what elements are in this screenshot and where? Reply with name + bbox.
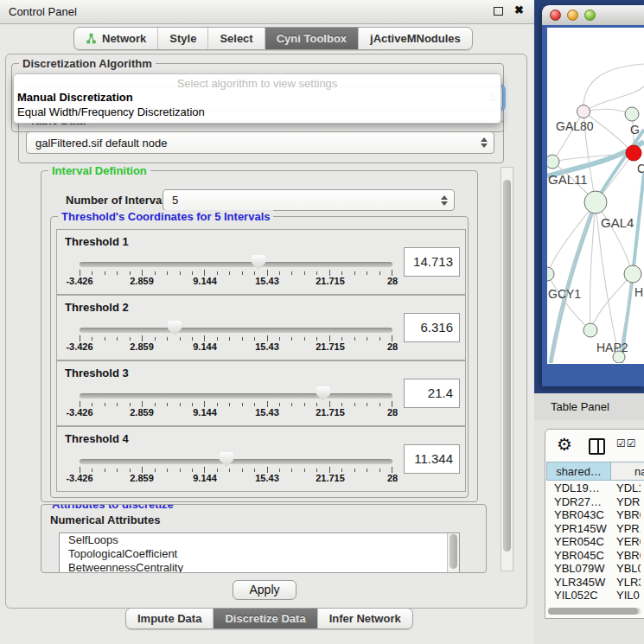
attributes-group: Attributes to discretize Numerical Attri…	[41, 504, 487, 573]
node-label: HAP2	[596, 341, 628, 354]
slider-thumb[interactable]	[316, 386, 330, 401]
tick-label: 9.144	[193, 473, 217, 483]
panel-title: Control Panel	[9, 5, 77, 18]
node-hap2[interactable]	[583, 323, 597, 337]
apply-button[interactable]: Apply	[233, 580, 296, 600]
table-row[interactable]: YDR27…YDR2	[546, 495, 641, 509]
network-view-window[interactable]: GAL80 G C GAL11 GAL4 GCY1 H HAP2	[542, 5, 644, 386]
node-g[interactable]	[625, 107, 639, 121]
group-label: Attributes to discretize	[48, 504, 177, 511]
table-horizontal-scrollbar[interactable]	[548, 608, 641, 615]
node-gal11[interactable]	[547, 155, 559, 169]
list-item[interactable]: BetweennessCentrality	[60, 561, 459, 573]
node-label: GAL11	[548, 172, 588, 187]
network-canvas[interactable]: GAL80 G C GAL11 GAL4 GCY1 H HAP2	[547, 28, 644, 364]
tab-discretize-data[interactable]: Discretize Data	[214, 609, 317, 628]
node-gal4[interactable]	[584, 191, 607, 214]
tick-label: 28	[387, 276, 398, 286]
attributes-list[interactable]: SelfLoops TopologicalCoefficient Between…	[59, 532, 460, 573]
tab-impute-data[interactable]: Impute Data	[126, 609, 214, 628]
table-row[interactable]: YLR345WYLR3	[546, 576, 641, 590]
slider-thumb[interactable]	[220, 452, 233, 467]
dropdown-item-manual[interactable]: Manual Discretization	[17, 91, 133, 104]
tick-label: 15.43	[255, 341, 279, 352]
table-data-group: Table Data galFiltered.sif default node	[18, 120, 504, 163]
close-traffic-light[interactable]	[550, 10, 561, 21]
column-header-shared[interactable]: shared…	[546, 462, 611, 481]
group-label: Threshold's Coordinates for 5 Intervals	[58, 210, 273, 223]
tick-label: 15.43	[255, 473, 279, 483]
slider-ticks	[80, 401, 392, 407]
threshold-row: Threshold 4 -3.426 2.859 9.144 15.43 21.…	[56, 426, 466, 492]
network-icon	[86, 33, 97, 44]
tab-network[interactable]: Network	[74, 28, 158, 49]
tick-label: 28	[387, 407, 398, 418]
table-row[interactable]: YBL079WYBL0	[546, 562, 641, 576]
tick-label: 28	[387, 473, 398, 483]
table-panel-title: Table Panel	[551, 400, 609, 413]
slider-ticks	[80, 270, 392, 276]
slider-thumb[interactable]	[252, 255, 265, 270]
table-row[interactable]: YER054CYER0	[546, 535, 641, 549]
tick-label: 2.859	[130, 341, 154, 352]
float-icon[interactable]	[494, 7, 503, 16]
threshold-row: Threshold 2 -3.426 2.859 9.144 15.43 21.…	[56, 295, 466, 360]
checkbox-icons[interactable]: ☑☑	[616, 437, 637, 450]
table-panel-area: ⚙ ☑☑ shared… na YDL19…YDL1 YDR27…YDR2 YB…	[534, 420, 644, 644]
table-row[interactable]: YIL052CYIL0	[546, 589, 641, 603]
node-red[interactable]	[626, 145, 641, 161]
slider-thumb[interactable]	[168, 321, 182, 335]
list-item[interactable]: SelfLoops	[60, 533, 459, 547]
list-scrollbar[interactable]	[447, 533, 459, 573]
combo-value: 5	[172, 194, 178, 207]
tab-infer-network[interactable]: Infer Network	[318, 609, 412, 628]
table-row[interactable]: YBR043CYBR0	[546, 508, 641, 522]
tab-select[interactable]: Select	[208, 28, 265, 49]
threshold-value-field[interactable]: 6.316	[404, 313, 460, 342]
slider-track[interactable]	[80, 262, 392, 267]
minimize-traffic-light[interactable]	[567, 10, 578, 21]
threshold-row: Threshold 3 -3.426 2.859 9.144 15.43 21.…	[56, 360, 466, 426]
table-row[interactable]: YPR145WYPR1	[546, 522, 641, 536]
table-row[interactable]: YDL19…YDL1	[546, 481, 641, 495]
gear-icon[interactable]: ⚙	[557, 434, 572, 455]
columns-icon[interactable]	[589, 438, 605, 455]
node-h[interactable]	[624, 265, 641, 283]
column-header-name[interactable]: na	[611, 462, 644, 481]
table-row[interactable]: YBR045CYBR0	[546, 549, 641, 563]
tab-cyni-toolbox[interactable]: Cyni Toolbox	[265, 28, 359, 49]
zoom-traffic-light[interactable]	[584, 10, 596, 21]
node-gcy1[interactable]	[547, 267, 554, 281]
tick-label: 15.43	[255, 276, 279, 286]
interval-definition-group: Interval Definition Number of Intervals …	[41, 170, 478, 502]
table-rows: YDL19…YDL1 YDR27…YDR2 YBR043CYBR0 YPR145…	[546, 481, 641, 606]
cyni-toolbox-panel: Discretization Algorithm Select algorith…	[5, 54, 527, 609]
node-gal80[interactable]	[577, 105, 590, 118]
tab-style[interactable]: Style	[158, 28, 208, 49]
dropdown-item-equal-width[interactable]: Equal Width/Frequency Discretization	[17, 105, 205, 118]
tab-jactivemnodules[interactable]: jActiveMNodules	[359, 28, 472, 49]
slider-ticks	[80, 335, 392, 341]
node-label: GAL4	[601, 215, 634, 230]
slider-track[interactable]	[80, 393, 392, 399]
close-icon[interactable]: ✖	[514, 3, 524, 16]
slider-track[interactable]	[80, 459, 392, 464]
slider-ticks	[80, 467, 392, 473]
threshold-value-field[interactable]: 14.713	[404, 247, 460, 277]
threshold-label: Threshold 1	[65, 235, 129, 248]
list-item[interactable]: TopologicalCoefficient	[60, 547, 459, 561]
tick-label: 2.859	[130, 276, 154, 286]
panel-scrollbar[interactable]	[501, 167, 513, 571]
node-label: GAL80	[556, 119, 594, 133]
top-tab-bar: Network Style Select Cyni Toolbox jActiv…	[73, 27, 473, 50]
tick-label: 21.715	[316, 276, 345, 286]
threshold-value-field[interactable]: 21.4	[404, 379, 460, 408]
slider-track[interactable]	[80, 328, 392, 333]
tick-label: 9.144	[193, 407, 217, 418]
network-view-frame: GAL80 G C GAL11 GAL4 GCY1 H HAP2	[542, 25, 644, 386]
threshold-value-field[interactable]: 11.344	[404, 444, 460, 474]
num-intervals-combo[interactable]: 5	[163, 189, 455, 211]
table-data-combo[interactable]: galFiltered.sif default node	[26, 131, 494, 154]
tick-label: -3.426	[66, 276, 92, 286]
tick-label: 15.43	[255, 407, 279, 418]
